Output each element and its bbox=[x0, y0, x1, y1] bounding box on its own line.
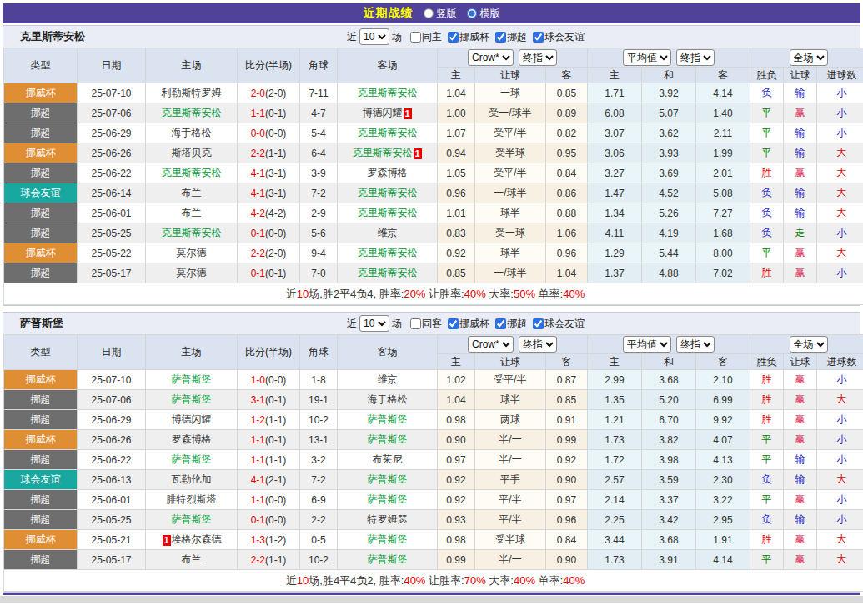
team-name: 海于格松 bbox=[172, 127, 212, 138]
crow-away-odds: 0.85 bbox=[546, 390, 588, 410]
final-odds-select[interactable]: 终指 bbox=[519, 336, 557, 353]
friendly-checkbox[interactable] bbox=[533, 318, 544, 329]
match-row: 挪超25-05-17莫尔德0-1(0-1)7-0克里斯蒂安松0.85一/球半1.… bbox=[4, 263, 863, 283]
bookmaker-select[interactable]: Crow* bbox=[468, 49, 514, 66]
recent-count-select[interactable]: 10 bbox=[359, 28, 389, 45]
col-avg-draw: 和 bbox=[642, 354, 696, 370]
league-filter-norway-cup[interactable]: 挪威杯 bbox=[442, 30, 489, 44]
match-score: 1-1(0-1) bbox=[238, 430, 300, 450]
avg-draw-odds: 5.20 bbox=[642, 390, 696, 410]
avg-away-odds: 1.99 bbox=[696, 143, 750, 163]
handicap-result: 输 bbox=[784, 470, 817, 490]
handicap-line: 半/一 bbox=[475, 550, 546, 570]
fulltime-select[interactable]: 全场 bbox=[790, 336, 828, 353]
vertical-layout-radio[interactable] bbox=[424, 8, 434, 18]
average-final-select[interactable]: 终指 bbox=[676, 49, 715, 66]
handicap-line: 半/一 bbox=[475, 430, 546, 450]
corner-count: 7-2 bbox=[300, 470, 338, 490]
wdl-result: 胜 bbox=[750, 163, 784, 183]
league-filter-norway-cup[interactable]: 挪威杯 bbox=[442, 317, 489, 331]
bottom-divider bbox=[3, 593, 860, 595]
avg-away-odds: 5.08 bbox=[696, 183, 750, 203]
eliteserien-checkbox[interactable] bbox=[495, 32, 506, 43]
crow-home-odds: 1.01 bbox=[438, 203, 475, 223]
recent-count-select[interactable]: 10 bbox=[359, 315, 389, 332]
league-filter-eliteserien[interactable]: 挪超 bbox=[489, 30, 527, 44]
handicap-result: 赢 bbox=[784, 550, 817, 570]
team-name: 克里斯蒂安松 bbox=[162, 107, 222, 118]
home-team: 斯塔贝克 bbox=[146, 143, 238, 163]
fulltime-score: 0-1 bbox=[251, 514, 265, 526]
crow-home-odds: 0.98 bbox=[438, 410, 475, 430]
handicap-result: 赢 bbox=[784, 243, 817, 263]
team-name: 萨普斯堡 bbox=[172, 393, 212, 405]
team-name: 克里斯蒂安松 bbox=[162, 167, 222, 178]
match-score: 0-1(0-0) bbox=[238, 223, 300, 243]
match-type-badge: 挪超 bbox=[4, 450, 78, 470]
wdl-result: 胜 bbox=[750, 530, 784, 550]
goals-result: 大 bbox=[817, 143, 863, 163]
same-venue-checkbox[interactable] bbox=[410, 318, 421, 329]
home-team: 布兰 bbox=[146, 550, 238, 570]
crow-away-odds: 0.84 bbox=[546, 530, 588, 550]
eliteserien-checkbox[interactable] bbox=[495, 318, 506, 329]
fulltime-score: 1-1 bbox=[251, 454, 265, 466]
league-filter-friendly[interactable]: 球会友谊 bbox=[527, 30, 585, 44]
goals-result: 小 bbox=[817, 410, 863, 430]
away-team: 萨普斯堡 bbox=[338, 470, 438, 490]
col-score: 比分(半场) bbox=[238, 48, 300, 83]
avg-away-odds: 4.07 bbox=[696, 430, 750, 450]
home-team: 1埃格尔森德 bbox=[146, 530, 238, 550]
vertical-layout-option[interactable]: 竖版 bbox=[424, 7, 457, 21]
same-venue-option[interactable]: 同主 bbox=[404, 30, 442, 44]
summary-part: 近 bbox=[286, 288, 297, 300]
col-handicap-result: 让球 bbox=[784, 68, 817, 83]
final-odds-select[interactable]: 终指 bbox=[519, 49, 557, 66]
norway-cup-checkbox[interactable] bbox=[448, 32, 459, 43]
same-venue-option[interactable]: 同客 bbox=[404, 317, 442, 331]
avg-home-odds: 3.44 bbox=[588, 530, 642, 550]
wdl-result: 胜 bbox=[750, 370, 784, 390]
goals-result: 大 bbox=[817, 550, 863, 570]
bookmaker-select[interactable]: Crow* bbox=[468, 336, 514, 353]
summary-row: 近10场,胜2平4负4, 胜率:20% 让胜率:40% 大率:50% 单率:40… bbox=[4, 283, 863, 305]
avg-home-odds: 1.73 bbox=[588, 430, 642, 450]
fulltime-select[interactable]: 全场 bbox=[790, 49, 828, 66]
games-label: 场 bbox=[392, 30, 402, 44]
summary-part: 40% bbox=[563, 288, 585, 300]
average-select[interactable]: 平均值 bbox=[623, 336, 671, 353]
col-corner: 角球 bbox=[300, 335, 338, 370]
away-team: 萨普斯堡 bbox=[338, 550, 438, 570]
fulltime-score: 1-3 bbox=[251, 534, 265, 546]
norway-cup-checkbox[interactable] bbox=[448, 318, 459, 329]
handicap-line: 平/半 bbox=[475, 510, 546, 530]
away-team: 克里斯蒂安松 bbox=[338, 83, 438, 103]
average-final-select[interactable]: 终指 bbox=[676, 336, 715, 353]
avg-away-odds: 1.91 bbox=[696, 530, 750, 550]
goals-result: 大 bbox=[817, 163, 863, 183]
match-score: 1-1(0-1) bbox=[238, 103, 300, 123]
match-date: 25-07-10 bbox=[78, 370, 146, 390]
match-row: 挪超25-06-01腓特烈斯塔1-1(0-0)6-9萨普斯堡0.92平/半0.9… bbox=[4, 490, 863, 510]
summary-part: 70% bbox=[464, 574, 486, 587]
home-team: 萨普斯堡 bbox=[146, 370, 238, 390]
average-select[interactable]: 平均值 bbox=[623, 49, 671, 66]
crow-away-odds: 0.84 bbox=[546, 163, 588, 183]
same-venue-checkbox[interactable] bbox=[410, 32, 421, 43]
match-score: 0-1(0-0) bbox=[238, 510, 300, 530]
friendly-checkbox[interactable] bbox=[533, 32, 544, 43]
same-venue-label: 同主 bbox=[422, 30, 442, 44]
crow-home-odds: 1.04 bbox=[438, 83, 475, 103]
col-home: 主场 bbox=[146, 48, 238, 83]
handicap-line: 球半 bbox=[475, 243, 546, 263]
match-row: 挪超25-07-06克里斯蒂安松1-1(0-1)4-7博德闪耀11.00受一/球… bbox=[4, 103, 863, 123]
horizontal-layout-option[interactable]: 横版 bbox=[467, 7, 500, 21]
avg-home-odds: 1.47 bbox=[588, 183, 642, 203]
league-filter-eliteserien[interactable]: 挪超 bbox=[489, 317, 527, 331]
team-name: 萨普斯堡 bbox=[368, 473, 408, 485]
horizontal-layout-radio[interactable] bbox=[467, 8, 477, 18]
league-filter-friendly[interactable]: 球会友谊 bbox=[527, 317, 585, 331]
avg-away-odds: 6.99 bbox=[696, 390, 750, 410]
corner-count: 6-9 bbox=[300, 490, 338, 510]
summary-part: 40% bbox=[464, 288, 486, 300]
